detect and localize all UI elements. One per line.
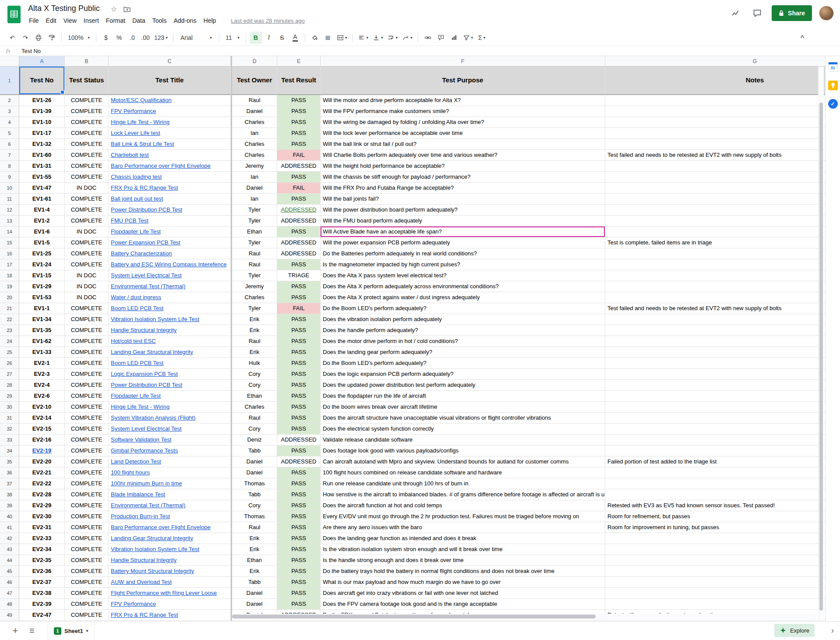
cell-D40[interactable]: Thomas (232, 511, 277, 522)
cell-D38[interactable]: Tabb (232, 489, 277, 500)
cell-C23[interactable]: Handle Structural Integrity (109, 325, 231, 336)
cell-B13[interactable]: COMPLETE (65, 216, 109, 226)
cell-E8[interactable]: ADDRESSED (277, 161, 321, 172)
cell-D47[interactable]: Daniel (232, 588, 277, 599)
chevron-down-icon[interactable]: ▾ (86, 629, 88, 633)
cell-F31[interactable]: Does the aircraft structure have unaccep… (321, 413, 605, 424)
cell-A14[interactable]: EV1-6 (19, 226, 65, 237)
row-header-45[interactable]: 45 (0, 566, 19, 577)
cell-G12[interactable] (605, 205, 825, 216)
cell-A46[interactable]: EV2-37 (19, 577, 65, 588)
cell-A30[interactable]: EV2-10 (19, 402, 65, 413)
merge-cells-button[interactable]: ▾ (335, 32, 349, 44)
cell-F22[interactable]: Does the vibration isolation perform ade… (321, 314, 605, 325)
cell-G26[interactable] (605, 358, 825, 369)
cell-F21[interactable]: Do the Boom LED's perform adequately? (321, 303, 605, 314)
cell-F23[interactable]: Does the handle perform adequately? (321, 325, 605, 336)
cell-C37[interactable]: 100hr minimum Burn in time (109, 478, 231, 489)
column-header-B[interactable]: B (65, 56, 109, 67)
cell-E46[interactable]: PASS (277, 577, 321, 588)
cell-D45[interactable]: Erik (232, 566, 277, 577)
cell-B32[interactable]: COMPLETE (65, 424, 109, 435)
cell-B39[interactable]: COMPLETE (65, 500, 109, 511)
comment-history-icon[interactable] (750, 6, 765, 21)
row-header-28[interactable]: 28 (0, 380, 19, 391)
cell-B33[interactable]: COMPLETE (65, 435, 109, 446)
row-header-2[interactable]: 2 (0, 95, 19, 106)
cell-C10[interactable]: FRX Pro & RC Range Test (109, 183, 231, 194)
cell-E42[interactable]: PASS (277, 533, 321, 544)
row-header-15[interactable]: 15 (0, 237, 19, 248)
menu-data[interactable]: Data (129, 16, 149, 25)
cell-C31[interactable]: System Vibration Analysis (Flight) (109, 413, 231, 424)
cell-F45[interactable]: Do the battery trays hold the battery in… (321, 566, 605, 577)
cell-C40[interactable]: Production Burn-in Test (109, 511, 231, 522)
cell-A45[interactable]: EV2-36 (19, 566, 65, 577)
cell-G36[interactable] (605, 467, 825, 478)
cell-F9[interactable]: Will the chassis be stiff enough for pay… (321, 172, 605, 183)
row-header-43[interactable]: 43 (0, 544, 19, 555)
cell-B19[interactable]: IN DOC (65, 281, 109, 292)
row-header-33[interactable]: 33 (0, 435, 19, 446)
cell-A15[interactable]: EV1-5 (19, 237, 65, 248)
cell-E47[interactable]: PASS (277, 588, 321, 599)
cell-D29[interactable]: Ethan (232, 391, 277, 402)
cell-B48[interactable]: COMPLETE (65, 599, 109, 610)
all-sheets-button[interactable] (25, 624, 39, 637)
menu-edit[interactable]: Edit (42, 16, 60, 25)
cell-F30[interactable]: Do the boom wires break over aircraft li… (321, 402, 605, 413)
increase-decimals-button[interactable]: .00 (139, 32, 152, 44)
cell-D6[interactable]: Charles (232, 139, 277, 150)
cell-B36[interactable]: COMPLETE (65, 467, 109, 478)
cell-G46[interactable] (605, 577, 825, 588)
cell-F4[interactable]: Will the wiring be damaged by folding / … (321, 117, 605, 128)
row-header-11[interactable]: 11 (0, 194, 19, 205)
cell-E32[interactable]: PASS (277, 424, 321, 435)
document-title[interactable]: Alta X Testing Public (28, 4, 100, 13)
cell-G31[interactable] (605, 413, 825, 424)
row-header-31[interactable]: 31 (0, 413, 19, 424)
row-header-20[interactable]: 20 (0, 292, 19, 303)
cell-B31[interactable]: COMPLETE (65, 413, 109, 424)
cell-E5[interactable]: PASS (277, 128, 321, 139)
cell-F27[interactable]: Does the logic expansion PCB perform ade… (321, 369, 605, 380)
row-header-10[interactable]: 10 (0, 183, 19, 194)
cell-B23[interactable]: COMPLETE (65, 325, 109, 336)
cell-D36[interactable]: Daniel (232, 467, 277, 478)
cell-G37[interactable] (605, 478, 825, 489)
cell-F8[interactable]: Will the height hold performance be acce… (321, 161, 605, 172)
cell-D11[interactable]: Ian (232, 194, 277, 205)
cell-F46[interactable]: What is our max payload and how much mar… (321, 577, 605, 588)
format-currency-button[interactable]: $ (100, 32, 112, 44)
cell-A24[interactable]: EV1-62 (19, 336, 65, 347)
cell-B14[interactable]: IN DOC (65, 226, 109, 237)
fill-color-button[interactable] (309, 32, 321, 44)
cell-B16[interactable]: COMPLETE (65, 248, 109, 259)
row-header-5[interactable]: 5 (0, 128, 19, 139)
cell-G5[interactable] (605, 128, 825, 139)
cell-D21[interactable]: Tyler (232, 303, 277, 314)
row-header-17[interactable]: 17 (0, 259, 19, 270)
cell-C48[interactable]: FPV Performance (109, 599, 231, 610)
cell-F36[interactable]: 100 flight hours combined on release can… (321, 467, 605, 478)
cell-F38[interactable]: How senstive is the aircraft to imbalanc… (321, 489, 605, 500)
row-header-30[interactable]: 30 (0, 402, 19, 413)
cell-A11[interactable]: EV1-61 (19, 194, 65, 205)
cell-E34[interactable]: PASS (277, 446, 321, 456)
cell-D15[interactable]: Tyler (232, 237, 277, 248)
cell-G41[interactable]: Room for improvement in tuning, but pass… (605, 522, 825, 533)
cell-F3[interactable]: Will the FPV performance make customers … (321, 106, 605, 117)
cell-E10[interactable]: FAIL (277, 183, 321, 194)
cell-G42[interactable] (605, 533, 825, 544)
cell-F19[interactable]: Does the Alta X perform adequately acros… (321, 281, 605, 292)
cell-E41[interactable]: PASS (277, 522, 321, 533)
cell-A44[interactable]: EV2-35 (19, 555, 65, 566)
cell-A19[interactable]: EV1-29 (19, 281, 65, 292)
cell-G8[interactable] (605, 161, 825, 172)
cell-F6[interactable]: Will the ball link or strut fail / pull … (321, 139, 605, 150)
cell-B30[interactable]: COMPLETE (65, 402, 109, 413)
cell-C27[interactable]: Logic Expansion PCB Test (109, 369, 231, 380)
cell-F41[interactable]: Are there any aero issues with the baro (321, 522, 605, 533)
cell-E25[interactable]: PASS (277, 347, 321, 358)
cell-B49[interactable]: COMPLETE (65, 610, 109, 621)
